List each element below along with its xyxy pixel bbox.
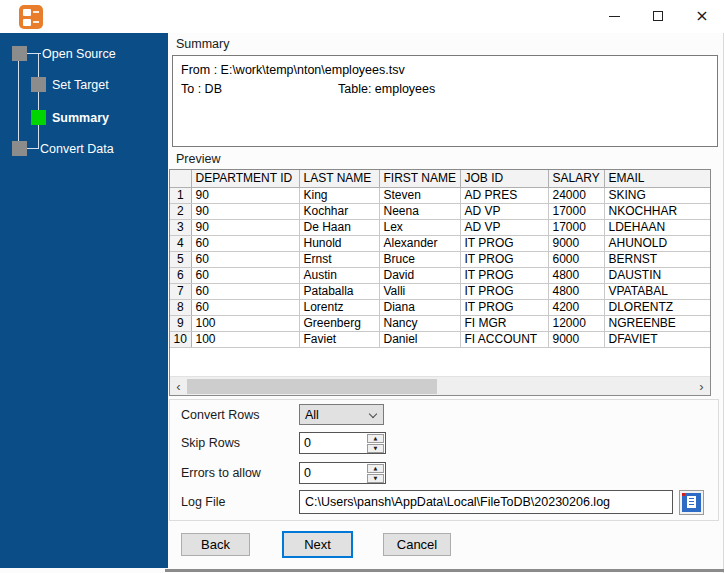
summary-to-line: To : DB bbox=[181, 80, 709, 99]
cell: Diana bbox=[379, 299, 460, 315]
column-header[interactable]: DEPARTMENT ID bbox=[191, 170, 299, 187]
scroll-left-arrow[interactable]: ‹ bbox=[170, 377, 187, 396]
cell: NKOCHHAR bbox=[604, 203, 711, 219]
cell: Valli bbox=[379, 283, 460, 299]
step-convert-data[interactable]: Convert Data bbox=[12, 141, 114, 156]
log-file-input[interactable] bbox=[299, 490, 673, 514]
options-group: Convert Rows All Skip Rows ▲ ▼ Errors to… bbox=[169, 399, 719, 521]
cell: 60 bbox=[191, 283, 299, 299]
step-open-source[interactable]: Open Source bbox=[12, 46, 116, 61]
table-row[interactable]: 460HunoldAlexanderIT PROG9000AHUNOLD bbox=[170, 235, 711, 251]
maximize-icon bbox=[653, 11, 663, 21]
scroll-right-arrow[interactable]: › bbox=[693, 377, 710, 396]
table-row[interactable]: 190KingStevenAD PRES24000SKING bbox=[170, 187, 711, 203]
cell: LDEHAAN bbox=[604, 219, 711, 235]
convert-rows-select[interactable]: All bbox=[299, 404, 384, 425]
preview-table: DEPARTMENT IDLAST NAMEFIRST NAMEJOB IDSA… bbox=[170, 170, 711, 348]
table-row[interactable]: 390De HaanLexAD VP17000LDEHAAN bbox=[170, 219, 711, 235]
table-row[interactable]: 10100FavietDanielFI ACCOUNT9000DFAVIET bbox=[170, 331, 711, 347]
cell: 90 bbox=[191, 203, 299, 219]
minimize-icon bbox=[609, 16, 620, 17]
cell: Steven bbox=[379, 187, 460, 203]
cell: 100 bbox=[191, 315, 299, 331]
spin-down-icon[interactable]: ▼ bbox=[367, 474, 384, 483]
cell: Neena bbox=[379, 203, 460, 219]
table-row[interactable]: 9100GreenbergNancyFI MGR12000NGREENBE bbox=[170, 315, 711, 331]
column-header[interactable]: JOB ID bbox=[460, 170, 548, 187]
cell: Alexander bbox=[379, 235, 460, 251]
errors-to-allow-spinner: ▲ ▼ bbox=[299, 462, 386, 484]
cell: 60 bbox=[191, 299, 299, 315]
tree-connector bbox=[38, 53, 39, 148]
maximize-button[interactable] bbox=[636, 0, 680, 32]
step-label: Convert Data bbox=[40, 142, 114, 156]
file-glyph-line bbox=[33, 11, 39, 13]
cell: De Haan bbox=[299, 219, 379, 235]
cell: IT PROG bbox=[460, 267, 548, 283]
table-row[interactable]: 560ErnstBruceIT PROG6000BERNST bbox=[170, 251, 711, 267]
cancel-button[interactable]: Cancel bbox=[383, 533, 451, 556]
next-button[interactable]: Next bbox=[282, 531, 353, 558]
row-number-header[interactable] bbox=[170, 170, 191, 187]
summary-from-line: From : E:\work\temp\nton\employees.tsv bbox=[181, 61, 709, 80]
cell: 17000 bbox=[548, 219, 604, 235]
skip-rows-spin-buttons: ▲ ▼ bbox=[367, 433, 384, 453]
cell: VPATABAL bbox=[604, 283, 711, 299]
cell: Lex bbox=[379, 219, 460, 235]
row-number: 5 bbox=[170, 251, 191, 267]
row-number: 9 bbox=[170, 315, 191, 331]
view-log-button[interactable] bbox=[679, 490, 704, 515]
cell: 60 bbox=[191, 251, 299, 267]
column-header[interactable]: EMAIL bbox=[604, 170, 711, 187]
row-number: 10 bbox=[170, 331, 191, 347]
row-number: 7 bbox=[170, 283, 191, 299]
minimize-button[interactable] bbox=[592, 0, 636, 32]
close-button[interactable]: × bbox=[680, 0, 724, 32]
cell: 24000 bbox=[548, 187, 604, 203]
spin-up-icon[interactable]: ▲ bbox=[367, 464, 384, 473]
cell: NGREENBE bbox=[604, 315, 711, 331]
cell: 4800 bbox=[548, 267, 604, 283]
cell: Pataballa bbox=[299, 283, 379, 299]
spin-up-icon[interactable]: ▲ bbox=[367, 434, 384, 443]
column-header[interactable]: SALARY bbox=[548, 170, 604, 187]
table-row[interactable]: 290KochharNeenaAD VP17000NKOCHHAR bbox=[170, 203, 711, 219]
cell: BERNST bbox=[604, 251, 711, 267]
cell: DAUSTIN bbox=[604, 267, 711, 283]
errors-to-allow-input[interactable] bbox=[300, 463, 366, 483]
chevron-down-icon bbox=[369, 410, 377, 418]
cell: Daniel bbox=[379, 331, 460, 347]
log-document-icon bbox=[682, 493, 701, 512]
column-header[interactable]: LAST NAME bbox=[299, 170, 379, 187]
step-marker bbox=[31, 77, 46, 92]
table-row[interactable]: 660AustinDavidIT PROG4800DAUSTIN bbox=[170, 267, 711, 283]
preview-section-label: Preview bbox=[176, 152, 220, 166]
cell: SKING bbox=[604, 187, 711, 203]
table-row[interactable]: 860LorentzDianaIT PROG4200DLORENTZ bbox=[170, 299, 711, 315]
table-row[interactable]: 760PataballaValliIT PROG4800VPATABAL bbox=[170, 283, 711, 299]
red-dot bbox=[682, 493, 685, 496]
row-number: 1 bbox=[170, 187, 191, 203]
row-number: 4 bbox=[170, 235, 191, 251]
cell: Nancy bbox=[379, 315, 460, 331]
step-set-target[interactable]: Set Target bbox=[31, 77, 109, 92]
back-button[interactable]: Back bbox=[181, 533, 250, 556]
step-label: Summary bbox=[52, 111, 109, 125]
step-marker bbox=[12, 46, 27, 61]
skip-rows-spinner: ▲ ▼ bbox=[299, 432, 386, 454]
skip-rows-label: Skip Rows bbox=[181, 436, 240, 450]
cell: Ernst bbox=[299, 251, 379, 267]
cell: 100 bbox=[191, 331, 299, 347]
window-bottom-shadow bbox=[165, 569, 724, 572]
row-number: 6 bbox=[170, 267, 191, 283]
scrollbar-thumb[interactable] bbox=[187, 379, 437, 394]
cell: IT PROG bbox=[460, 299, 548, 315]
column-header[interactable]: FIRST NAME bbox=[379, 170, 460, 187]
spin-down-icon[interactable]: ▼ bbox=[367, 444, 384, 453]
horizontal-scrollbar[interactable]: ‹ › bbox=[170, 376, 710, 395]
step-summary[interactable]: Summary bbox=[31, 110, 109, 125]
title-bar: × bbox=[0, 0, 724, 33]
cell: 6000 bbox=[548, 251, 604, 267]
skip-rows-input[interactable] bbox=[300, 433, 366, 453]
step-marker bbox=[31, 110, 46, 125]
